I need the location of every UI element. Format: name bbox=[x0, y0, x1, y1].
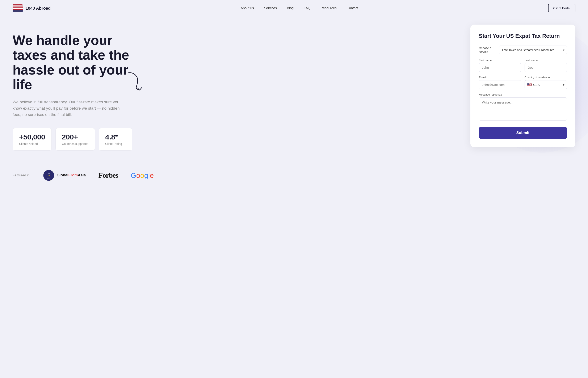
stat-countries-label: Countries supported bbox=[62, 142, 88, 146]
hero-subtitle: We believe in full transparency. Our fla… bbox=[13, 99, 122, 118]
svg-text:10: 10 bbox=[48, 173, 50, 174]
form-card: Start Your US Expat Tax Return Choose a … bbox=[470, 25, 575, 147]
stat-clients: +50,000 Clients helped bbox=[13, 128, 52, 150]
nav-resources[interactable]: Resources bbox=[321, 6, 336, 10]
stat-rating: 4.8* Client Rating bbox=[99, 128, 132, 150]
message-group: Message (optional) bbox=[479, 93, 567, 122]
google-logo: Google bbox=[131, 171, 154, 180]
svg-text:TH: TH bbox=[48, 175, 50, 176]
navigation: 1040 Abroad About us Services Blog FAQ R… bbox=[0, 0, 588, 16]
nav-links: About us Services Blog FAQ Resources Con… bbox=[241, 6, 358, 10]
last-name-input[interactable] bbox=[525, 63, 567, 72]
message-label: Message (optional) bbox=[479, 93, 567, 96]
country-label: Country of residence bbox=[525, 76, 567, 79]
email-input[interactable] bbox=[479, 80, 521, 89]
gfa-circle-icon: 10 TH ★★★★ bbox=[43, 170, 54, 181]
logo-text: 1040 Abroad bbox=[26, 6, 51, 11]
svg-text:★★★★: ★★★★ bbox=[47, 177, 51, 179]
first-name-group: First name bbox=[479, 59, 521, 72]
google-text: Google bbox=[131, 171, 154, 179]
hero-left: We handle your taxes and take the hassle… bbox=[13, 25, 462, 150]
stat-clients-number: +50,000 bbox=[19, 133, 45, 141]
nav-contact[interactable]: Contact bbox=[347, 6, 358, 10]
stat-clients-label: Clients helped bbox=[19, 142, 38, 146]
forbes-text: Forbes bbox=[98, 171, 118, 179]
submit-button[interactable]: Submit bbox=[479, 127, 567, 139]
form-container: Start Your US Expat Tax Return Choose a … bbox=[470, 25, 575, 147]
service-select-wrapper: Late Taxes and Streamlined Procedures St… bbox=[499, 46, 567, 54]
form-title: Start Your US Expat Tax Return bbox=[479, 33, 567, 40]
country-group: Country of residence 🇺🇸 USA Canada Unite… bbox=[525, 76, 567, 89]
message-textarea[interactable] bbox=[479, 97, 567, 121]
gfa-text: GlobalFromAsia bbox=[56, 173, 86, 177]
nav-about[interactable]: About us bbox=[241, 6, 254, 10]
email-group: E-mail bbox=[479, 76, 521, 89]
first-name-label: First name bbox=[479, 59, 521, 62]
email-label: E-mail bbox=[479, 76, 521, 79]
logo-flag bbox=[13, 4, 23, 12]
service-chooser-row: Choose a service Late Taxes and Streamli… bbox=[479, 46, 567, 54]
featured-logos: 10 TH ★★★★ GlobalFromAsia Forbes Google bbox=[43, 170, 154, 181]
name-row: First name Last Name bbox=[479, 59, 567, 76]
contact-row: E-mail Country of residence 🇺🇸 USA Canad… bbox=[479, 76, 567, 93]
forbes-logo: Forbes bbox=[98, 171, 118, 179]
stat-countries-number: 200+ bbox=[62, 133, 88, 141]
country-select-wrapper: 🇺🇸 USA Canada United Kingdom Germany Fra… bbox=[525, 80, 567, 89]
last-name-label: Last Name bbox=[525, 59, 567, 62]
nav-blog[interactable]: Blog bbox=[287, 6, 294, 10]
nav-services[interactable]: Services bbox=[264, 6, 277, 10]
last-name-group: Last Name bbox=[525, 59, 567, 72]
choose-service-label: Choose a service bbox=[479, 46, 495, 54]
first-name-input[interactable] bbox=[479, 63, 521, 72]
logo-link[interactable]: 1040 Abroad bbox=[13, 4, 51, 12]
nav-faq[interactable]: FAQ bbox=[304, 6, 310, 10]
stats-row: +50,000 Clients helped 200+ Countries su… bbox=[13, 128, 462, 150]
service-select[interactable]: Late Taxes and Streamlined Procedures St… bbox=[499, 46, 567, 54]
featured-label: Featured in: bbox=[13, 174, 30, 177]
country-flag-icon: 🇺🇸 bbox=[527, 82, 532, 87]
stat-rating-number: 4.8* bbox=[105, 133, 126, 141]
client-portal-button[interactable]: Client Portal bbox=[548, 4, 575, 12]
featured-bar: Featured in: 10 TH ★★★★ GlobalFromAsia F… bbox=[0, 163, 588, 187]
stat-rating-label: Client Rating bbox=[105, 142, 122, 146]
hero-section: We handle your taxes and take the hassle… bbox=[0, 16, 588, 163]
stat-countries: 200+ Countries supported bbox=[55, 128, 95, 150]
gfa-logo: 10 TH ★★★★ GlobalFromAsia bbox=[43, 170, 86, 181]
arrow-decoration bbox=[126, 71, 151, 93]
